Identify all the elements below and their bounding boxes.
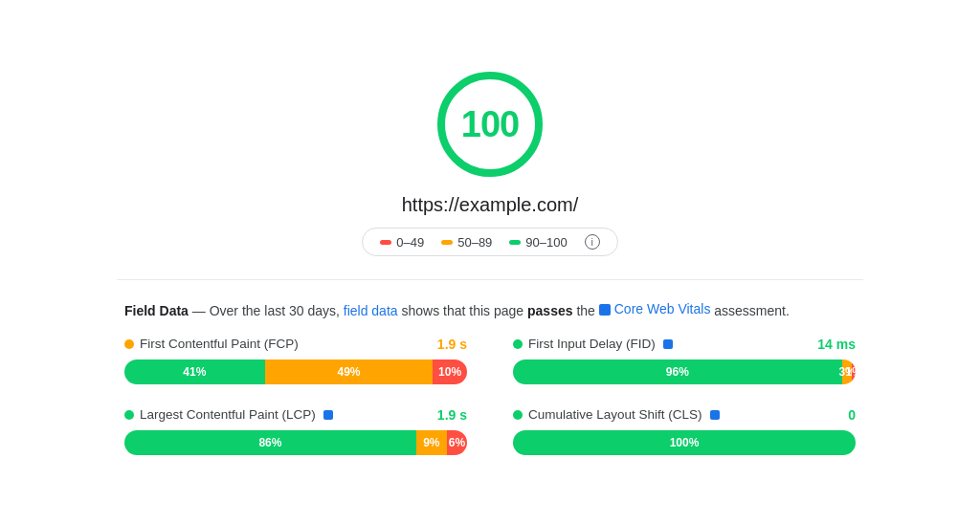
field-data-desc-end: assessment. bbox=[714, 303, 790, 318]
field-data-header: Field Data — Over the last 30 days, fiel… bbox=[124, 299, 856, 321]
metric-fcp-value: 1.9 s bbox=[437, 337, 467, 352]
info-icon[interactable]: i bbox=[585, 234, 600, 250]
score-circle: 100 bbox=[437, 72, 543, 177]
legend-item-red: 0–49 bbox=[380, 235, 424, 250]
metric-cls-header: Cumulative Layout Shift (CLS) 0 bbox=[513, 407, 856, 423]
metrics-grid: First Contentful Paint (FCP) 1.9 s 41% 4… bbox=[124, 337, 856, 455]
legend-dot-green bbox=[509, 240, 521, 245]
lcp-seg-orange: 9% bbox=[416, 430, 447, 455]
field-data-link[interactable]: field data bbox=[344, 303, 398, 318]
page-url: https://example.com/ bbox=[402, 194, 579, 216]
metric-fcp-dot bbox=[124, 339, 134, 349]
metric-lcp: Largest Contentful Paint (LCP) 1.9 s 86%… bbox=[124, 407, 467, 455]
fid-seg-red: 1% bbox=[852, 360, 856, 384]
fid-seg-green: 96% bbox=[513, 360, 842, 384]
metric-fid-badge bbox=[663, 339, 673, 349]
metric-fcp-header: First Contentful Paint (FCP) 1.9 s bbox=[124, 337, 467, 352]
legend-label-orange: 50–89 bbox=[457, 235, 492, 250]
field-data-section: Field Data — Over the last 30 days, fiel… bbox=[117, 299, 863, 455]
metric-cls-label: Cumulative Layout Shift (CLS) bbox=[513, 407, 720, 422]
cwv-link[interactable]: Core Web Vitals bbox=[614, 299, 711, 319]
legend-label-red: 0–49 bbox=[396, 235, 424, 250]
metric-cls-value: 0 bbox=[848, 407, 856, 423]
legend-dot-orange bbox=[441, 240, 453, 245]
lcp-seg-green: 86% bbox=[124, 430, 416, 455]
metric-lcp-dot bbox=[124, 410, 134, 420]
field-data-desc-mid: shows that this page bbox=[401, 303, 527, 318]
metric-cls: Cumulative Layout Shift (CLS) 0 100% bbox=[513, 407, 856, 455]
legend-item-orange: 50–89 bbox=[441, 235, 492, 250]
passes-text: passes bbox=[527, 303, 572, 318]
field-data-desc-before: — Over the last 30 days, bbox=[192, 303, 344, 318]
metric-fid-bar: 96% 3% 1% bbox=[513, 360, 856, 384]
score-value: 100 bbox=[461, 104, 519, 145]
fcp-seg-orange: 49% bbox=[265, 360, 433, 384]
metric-lcp-bar: 86% 9% 6% bbox=[124, 430, 467, 455]
main-card: 100 https://example.com/ 0–49 50–89 90–1… bbox=[78, 37, 902, 486]
metric-lcp-name: Largest Contentful Paint (LCP) bbox=[140, 407, 316, 422]
metric-fid-name: First Input Delay (FID) bbox=[528, 337, 656, 351]
legend-item-green: 90–100 bbox=[509, 235, 567, 250]
score-section: 100 https://example.com/ 0–49 50–89 90–1… bbox=[117, 72, 863, 256]
metric-lcp-label: Largest Contentful Paint (LCP) bbox=[124, 407, 333, 422]
metric-lcp-header: Largest Contentful Paint (LCP) 1.9 s bbox=[124, 407, 467, 423]
cwv-icon bbox=[599, 304, 611, 316]
metric-fcp: First Contentful Paint (FCP) 1.9 s 41% 4… bbox=[124, 337, 467, 384]
metric-fid-dot bbox=[513, 339, 523, 349]
section-divider bbox=[117, 279, 863, 280]
metric-fid-value: 14 ms bbox=[817, 337, 856, 352]
fcp-seg-red: 10% bbox=[433, 360, 467, 384]
metric-lcp-badge bbox=[323, 410, 333, 420]
legend-dot-red bbox=[380, 240, 391, 245]
cls-seg-green: 100% bbox=[513, 430, 856, 455]
fcp-seg-green: 41% bbox=[124, 360, 265, 384]
metric-lcp-value: 1.9 s bbox=[437, 407, 467, 423]
metric-fid: First Input Delay (FID) 14 ms 96% 3% 1% bbox=[513, 337, 856, 384]
metric-cls-bar: 100% bbox=[513, 430, 856, 455]
field-data-desc-after: the bbox=[576, 303, 598, 318]
cwv-badge: Core Web Vitals bbox=[599, 299, 711, 319]
score-legend: 0–49 50–89 90–100 i bbox=[362, 228, 617, 256]
legend-label-green: 90–100 bbox=[525, 235, 567, 250]
lcp-seg-red: 6% bbox=[447, 430, 467, 455]
metric-fcp-name: First Contentful Paint (FCP) bbox=[140, 337, 299, 351]
metric-fid-header: First Input Delay (FID) 14 ms bbox=[513, 337, 856, 352]
metric-fcp-label: First Contentful Paint (FCP) bbox=[124, 337, 299, 351]
field-data-title: Field Data bbox=[124, 303, 189, 318]
metric-fcp-bar: 41% 49% 10% bbox=[124, 360, 467, 384]
metric-cls-badge bbox=[710, 410, 720, 420]
metric-cls-name: Cumulative Layout Shift (CLS) bbox=[528, 407, 702, 422]
metric-cls-dot bbox=[513, 410, 523, 420]
metric-fid-label: First Input Delay (FID) bbox=[513, 337, 673, 351]
